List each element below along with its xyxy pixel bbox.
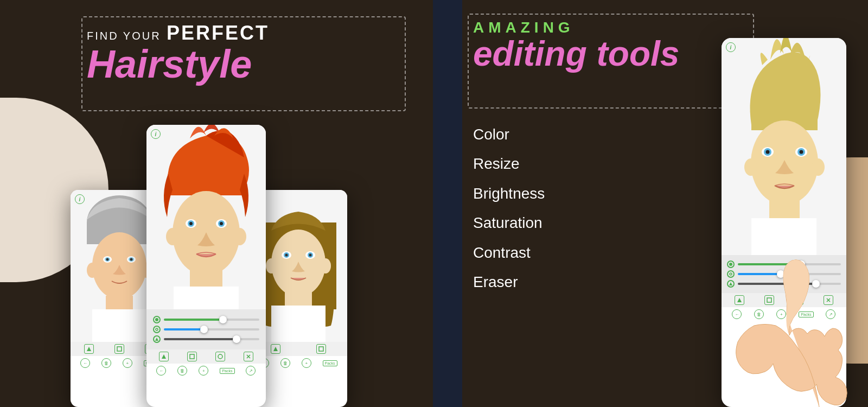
slider-icon-3 bbox=[153, 335, 161, 343]
svg-point-30 bbox=[218, 354, 222, 359]
toolbar-icon-c2[interactable] bbox=[187, 352, 197, 361]
slider-thumb-3[interactable] bbox=[233, 335, 240, 343]
svg-point-40 bbox=[320, 258, 331, 274]
phone-toolbar-center bbox=[146, 349, 266, 364]
toolbar-icon-2[interactable] bbox=[114, 344, 124, 354]
phone-nav-center: ← 🗑 + Packs ↗ bbox=[146, 364, 266, 378]
add-btn-right[interactable]: + bbox=[302, 358, 311, 368]
info-dot-center: i bbox=[151, 129, 161, 139]
feature-brightness: Brightness bbox=[473, 184, 545, 204]
hand-container bbox=[722, 217, 857, 407]
info-dot-left: i bbox=[75, 194, 85, 204]
right-panel: AMAZING editing tools Color Resize Brigh… bbox=[435, 0, 868, 407]
right-content: AMAZING editing tools Color Resize Brigh… bbox=[462, 0, 868, 407]
slider-thumb-2[interactable] bbox=[200, 326, 208, 333]
left-title: FIND YOUR PERFECT Hairstyle bbox=[87, 22, 400, 84]
feature-resize: Resize bbox=[473, 154, 545, 174]
svg-point-27 bbox=[155, 318, 158, 321]
slider-track-2[interactable] bbox=[164, 328, 259, 330]
slider-icon-2 bbox=[153, 326, 161, 333]
svg-point-38 bbox=[309, 254, 312, 257]
face-svg-center bbox=[146, 125, 266, 309]
features-list: Color Resize Brightness Saturation Contr… bbox=[473, 125, 545, 302]
feature-contrast: Contrast bbox=[473, 243, 545, 263]
delete-btn-left[interactable]: 🗑 bbox=[101, 358, 111, 368]
svg-rect-13 bbox=[117, 347, 122, 351]
svg-point-35 bbox=[285, 254, 288, 257]
packs-label-center[interactable]: Packs bbox=[220, 368, 234, 374]
toolbar-icon-c4[interactable] bbox=[244, 352, 253, 361]
toolbar-icon-c3[interactable] bbox=[215, 352, 225, 361]
svg-point-22 bbox=[220, 222, 223, 225]
slider-row-2 bbox=[153, 326, 259, 333]
packs-label-right[interactable]: Packs bbox=[323, 360, 337, 366]
delete-btn-center[interactable]: 🗑 bbox=[177, 366, 187, 376]
feature-saturation: Saturation bbox=[473, 213, 545, 233]
svg-point-28 bbox=[156, 328, 158, 330]
slider-icon-1 bbox=[153, 316, 161, 323]
back-btn-left[interactable]: ← bbox=[80, 358, 90, 368]
slider-row-1 bbox=[153, 316, 259, 323]
slider-thumb-1[interactable] bbox=[219, 316, 227, 323]
phone-face-center bbox=[146, 125, 266, 309]
svg-rect-26 bbox=[174, 287, 239, 309]
add-btn-center[interactable]: + bbox=[199, 366, 208, 376]
sliders-area bbox=[146, 309, 266, 349]
share-btn-center[interactable]: ↗ bbox=[246, 366, 256, 376]
svg-rect-42 bbox=[271, 306, 326, 342]
svg-rect-43 bbox=[319, 347, 323, 351]
toolbar-icon-r2[interactable] bbox=[316, 344, 326, 354]
svg-point-39 bbox=[266, 258, 277, 274]
find-your-text: FIND YOUR PERFECT bbox=[87, 22, 400, 44]
right-title: AMAZING editing tools bbox=[473, 19, 749, 71]
svg-point-19 bbox=[189, 222, 193, 225]
svg-point-8 bbox=[130, 258, 133, 261]
svg-point-23 bbox=[166, 228, 179, 245]
slider-row-3 bbox=[153, 335, 259, 343]
toolbar-icon-c1[interactable] bbox=[159, 352, 169, 361]
svg-point-5 bbox=[106, 258, 109, 261]
svg-point-52 bbox=[744, 158, 757, 176]
feature-color: Color bbox=[473, 125, 545, 144]
slider-track-3[interactable] bbox=[164, 338, 259, 340]
right-dark-bar bbox=[435, 0, 462, 407]
hairstyle-label: Hairstyle bbox=[87, 44, 400, 84]
svg-point-9 bbox=[87, 263, 98, 278]
feature-eraser: Eraser bbox=[473, 272, 545, 292]
hand-svg bbox=[722, 217, 857, 407]
svg-rect-29 bbox=[190, 354, 194, 359]
svg-point-53 bbox=[812, 158, 825, 176]
svg-point-51 bbox=[800, 150, 803, 154]
add-btn-left[interactable]: + bbox=[123, 358, 132, 368]
right-phone-container: i bbox=[711, 22, 852, 407]
slider-track-1[interactable] bbox=[164, 319, 259, 321]
find-your-label: FIND YOUR bbox=[87, 30, 161, 42]
svg-rect-12 bbox=[92, 309, 146, 342]
back-btn-center[interactable]: ← bbox=[156, 366, 166, 376]
editing-tools-text: editing tools bbox=[473, 36, 749, 71]
left-panel: FIND YOUR PERFECT Hairstyle i bbox=[0, 0, 433, 407]
svg-point-24 bbox=[233, 228, 246, 245]
toolbar-icon-r1[interactable] bbox=[271, 344, 280, 354]
phone-center: i bbox=[146, 125, 266, 407]
delete-btn-right[interactable]: 🗑 bbox=[280, 358, 290, 368]
perfect-label: PERFECT bbox=[167, 22, 269, 44]
svg-point-48 bbox=[766, 150, 770, 154]
toolbar-icon-1[interactable] bbox=[84, 344, 94, 354]
